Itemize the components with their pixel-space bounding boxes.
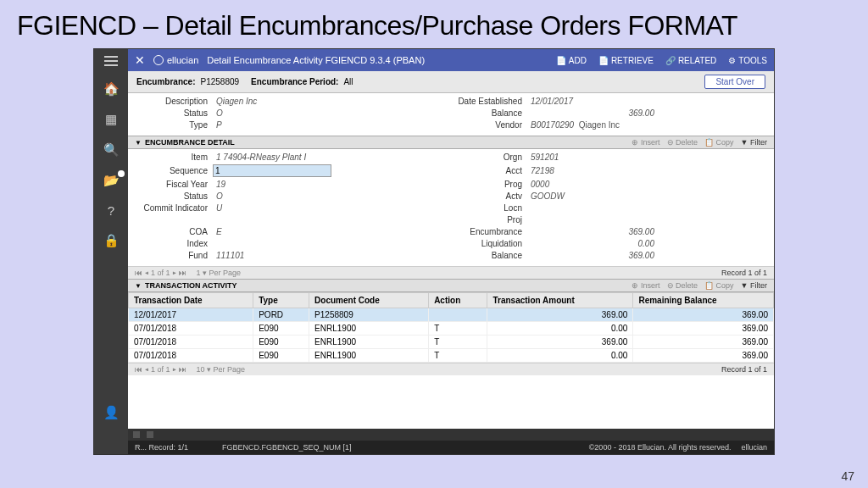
status-value: O [213, 108, 223, 118]
acct-value: 72198 [527, 166, 554, 175]
orgn-label: Orgn [451, 152, 527, 162]
filter-button2[interactable]: ▼ Filter [741, 281, 767, 290]
table-row[interactable]: 07/01/2018E090ENRL1900T0.00369.00 [129, 349, 774, 363]
tools-button[interactable]: ⚙ TOOLS [728, 56, 767, 65]
user-icon[interactable]: 👤 [103, 405, 120, 420]
section-transaction-activity[interactable]: TRANSACTION ACTIVITY ⊕ Insert ⊖ Delete 📋… [128, 279, 774, 292]
col-date[interactable]: Transaction Date [129, 293, 253, 308]
desc-value: Qiagen Inc [213, 97, 257, 106]
liq-value: 0.00 [527, 239, 654, 248]
app-window: 🏠 ▦ 🔍 📂 ? 🔒 👤 ✕ ellucian Detail Encumbra… [93, 48, 775, 455]
section-encumbrance-detail[interactable]: ENCUMBRANCE DETAIL ⊕ Insert ⊖ Delete 📋 C… [128, 136, 774, 149]
actv-value: GOODW [527, 191, 565, 201]
denc-label: Encumbrance [451, 227, 527, 236]
table-row[interactable]: 07/01/2018E090ENRL1900T0.00369.00 [129, 322, 774, 336]
bal-value: 369.00 [527, 108, 654, 118]
bottombar [128, 429, 774, 441]
apps-icon[interactable]: ▦ [105, 112, 117, 127]
brand-text: ellucian [167, 55, 198, 65]
lock-icon[interactable]: 🔒 [103, 233, 120, 248]
bal-label: Balance [451, 108, 527, 118]
col-amt[interactable]: Transaction Amount [487, 293, 633, 308]
fund-value: 111101 [213, 251, 244, 260]
folder-icon[interactable]: 📂 [103, 173, 120, 188]
close-icon[interactable]: ✕ [135, 53, 145, 67]
coa-value: E [213, 227, 222, 236]
item-label: Item [136, 152, 213, 162]
type-label: Type [136, 120, 213, 130]
seq-label: Sequence [136, 166, 213, 175]
add-button[interactable]: 📄 ADD [556, 56, 587, 65]
type-value: P [213, 120, 222, 130]
home-icon[interactable]: 🏠 [103, 81, 120, 97]
status-path: FGBENCD.FGBENCD_SEQ_NUM [1] [222, 443, 352, 452]
insert-button[interactable]: ⊕ Insert [632, 138, 659, 147]
copy-button2[interactable]: 📋 Copy [704, 281, 734, 290]
insert-button2[interactable]: ⊕ Insert [632, 281, 659, 290]
sequence-input[interactable] [213, 164, 331, 177]
filter-button[interactable]: ▼ Filter [741, 138, 767, 147]
section1-title: ENCUMBRANCE DETAIL [145, 138, 235, 147]
delete-button[interactable]: ⊖ Delete [667, 138, 698, 147]
keyblock: Encumbrance: P1258809 Encumbrance Period… [128, 71, 774, 93]
brand-icon [153, 55, 164, 65]
index-label: Index [136, 239, 213, 248]
pager-record: Record 1 of 1 [721, 269, 767, 277]
statusbar: R... Record: 1/1 FGBENCD.FGBENCD_SEQ_NUM… [128, 441, 774, 454]
period-label: Encumbrance Period: [251, 77, 338, 86]
col-type[interactable]: Type [253, 293, 309, 308]
pager2-nav[interactable]: ⏮ ◀ 1 of 1 ▶ ⏭ [135, 365, 186, 374]
fy-value: 19 [213, 180, 225, 189]
actv-label: Actv [451, 191, 527, 201]
sidebar: 🏠 ▦ 🔍 📂 ? 🔒 👤 [94, 49, 128, 454]
vendor-value: B00170290 Qiagen Inc [527, 120, 620, 130]
date-value: 12/01/2017 [527, 97, 573, 106]
status-record: R... Record: 1/1 [135, 443, 188, 452]
slide-title: FGIENCD – Detail Encumbrances/Purchase O… [0, 0, 868, 48]
denc-value: 369.00 [527, 227, 654, 236]
vendor-label: Vendor [451, 120, 527, 130]
col-bal[interactable]: Remaining Balance [633, 293, 774, 308]
pager2-record: Record 1 of 1 [721, 365, 767, 374]
status-label: Status [136, 108, 213, 118]
date-label: Date Established [451, 97, 527, 106]
proj-label: Proj [451, 215, 527, 225]
help-icon[interactable]: ? [108, 203, 114, 218]
related-button[interactable]: 🔗 RELATED [665, 56, 716, 65]
orgn-value: 591201 [527, 152, 559, 162]
delete-button2[interactable]: ⊖ Delete [667, 281, 698, 290]
retrieve-button[interactable]: 📄 RETRIEVE [598, 56, 654, 65]
search-icon[interactable]: 🔍 [103, 142, 120, 158]
menu-icon[interactable] [104, 56, 118, 66]
col-action[interactable]: Action [429, 293, 487, 308]
pager-perpage[interactable]: 1 ▾ Per Page [197, 269, 242, 277]
startover-button[interactable]: Start Over [704, 75, 765, 89]
table-row[interactable]: 12/01/2017PORDP1258809369.00369.00 [129, 308, 774, 322]
pager-nav[interactable]: ⏮ ◀ 1 of 1 ▶ ⏭ [135, 269, 186, 277]
item-value: 1 74904-RNeasy Plant I [213, 152, 306, 162]
content: DescriptionQiagen Inc Date Established12… [128, 93, 774, 429]
prog-value: 0000 [527, 180, 549, 189]
acct-label: Acct [451, 166, 527, 175]
period-value: All [343, 77, 353, 86]
status-copyright: ©2000 - 2018 Ellucian. All rights reserv… [589, 443, 732, 452]
page-title: Detail Encumbrance Activity FGIENCD 9.3.… [207, 55, 555, 65]
main-area: ✕ ellucian Detail Encumbrance Activity F… [128, 49, 774, 454]
status-brand: ellucian [741, 443, 767, 452]
pager-detail: ⏮ ◀ 1 of 1 ▶ ⏭ 1 ▾ Per Page Record 1 of … [128, 266, 774, 279]
liq-label: Liquidation [451, 239, 527, 248]
col-doc[interactable]: Document Code [309, 293, 429, 308]
table-row[interactable]: 07/01/2018E090ENRL1900T369.00369.00 [129, 336, 774, 349]
fund-label: Fund [136, 251, 213, 260]
transaction-table: Transaction Date Type Document Code Acti… [128, 292, 774, 363]
dstatus-value: O [213, 191, 223, 201]
dbal-value: 369.00 [527, 251, 654, 260]
prog-label: Prog [451, 180, 527, 189]
pager2-perpage[interactable]: 10 ▾ Per Page [197, 365, 246, 374]
enc-value: P1258809 [200, 77, 239, 86]
ci-value: U [213, 203, 222, 213]
dstatus-label: Status [136, 191, 213, 201]
slide-number: 47 [841, 469, 854, 483]
brand: ellucian [153, 55, 198, 65]
copy-button[interactable]: 📋 Copy [704, 138, 734, 147]
